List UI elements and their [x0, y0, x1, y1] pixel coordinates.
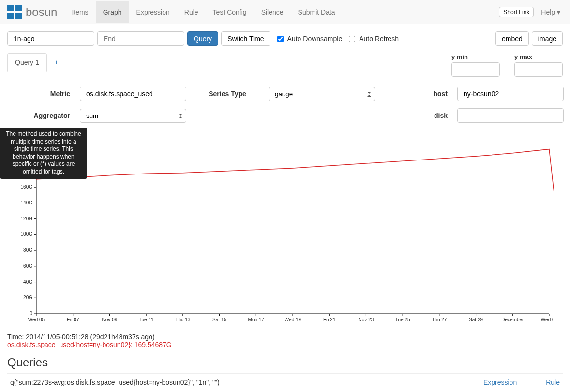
start-time-input[interactable]: [7, 31, 94, 46]
svg-text:0: 0: [30, 311, 32, 316]
svg-text:Nov 09: Nov 09: [102, 317, 118, 322]
svg-text:60G: 60G: [23, 263, 32, 269]
svg-text:40G: 40G: [23, 279, 32, 285]
nav-graph[interactable]: Graph: [96, 1, 129, 23]
aggregator-select[interactable]: [80, 109, 186, 123]
help-dropdown[interactable]: Help ▾: [539, 1, 563, 23]
query-button[interactable]: Query: [187, 31, 218, 46]
query-text: q("sum:2273s-avg:os.disk.fs.space_used{h…: [10, 378, 220, 386]
svg-text:Thu 27: Thu 27: [432, 317, 447, 322]
auto-downsample-checkbox[interactable]: [277, 36, 284, 42]
svg-text:Sat 15: Sat 15: [212, 317, 226, 322]
svg-text:20G: 20G: [23, 295, 32, 300]
series-type-select[interactable]: [269, 87, 375, 101]
metric-input[interactable]: [80, 87, 186, 101]
chevron-down-icon: ▾: [557, 8, 560, 16]
series-type-label: Series Type: [196, 90, 259, 98]
queries-heading: Queries: [7, 356, 563, 374]
brand-text: bosun: [26, 5, 57, 19]
svg-text:100G: 100G: [21, 232, 33, 237]
aggregator-label: Aggregator: [7, 112, 70, 119]
end-time-input[interactable]: [97, 31, 184, 46]
nav-test-config[interactable]: Test Config: [206, 1, 254, 23]
ymin-input[interactable]: [451, 62, 500, 77]
brand-logo-icon: [7, 5, 22, 19]
tab-add[interactable]: +: [47, 53, 66, 72]
disk-input[interactable]: [457, 108, 564, 123]
expression-link[interactable]: Expression: [483, 378, 517, 386]
series-type-value[interactable]: [269, 87, 375, 101]
svg-text:Wed 19: Wed 19: [285, 317, 301, 322]
ymax-label: y max: [514, 53, 563, 60]
svg-text:Fri 07: Fri 07: [67, 317, 79, 322]
brand[interactable]: bosun: [7, 5, 57, 19]
rule-link[interactable]: Rule: [546, 378, 560, 386]
image-button[interactable]: image: [532, 31, 563, 46]
svg-text:Wed 05: Wed 05: [28, 317, 45, 322]
query-tabs: Query 1 +: [7, 53, 432, 72]
svg-text:Tue 11: Tue 11: [139, 317, 154, 322]
query-row: q("sum:2273s-avg:os.disk.fs.space_used{h…: [7, 374, 563, 391]
short-link-button[interactable]: Short Link: [499, 7, 534, 17]
svg-text:140G: 140G: [21, 200, 33, 205]
switch-time-button[interactable]: Switch Time: [221, 31, 270, 46]
nav-expression[interactable]: Expression: [129, 1, 177, 23]
nav-items[interactable]: Items: [64, 1, 95, 23]
host-label: host: [385, 90, 448, 98]
chart: 020G40G60G80G100G120G140G160G180G200GWed…: [7, 135, 563, 328]
svg-text:December: December: [501, 317, 524, 322]
auto-downsample-label: Auto Downsample: [287, 35, 343, 43]
tab-query-1[interactable]: Query 1: [7, 53, 47, 72]
svg-text:120G: 120G: [21, 216, 33, 221]
metric-label: Metric: [7, 90, 70, 98]
legend-line: os.disk.fs.space_used{host=ny-bosun02}: …: [7, 341, 563, 348]
aggregator-value[interactable]: [80, 109, 186, 123]
disk-label: disk: [385, 112, 448, 119]
time-readout: Time: 2014/11/05-00:51:28 (29d21h48m37s …: [7, 333, 563, 341]
svg-text:80G: 80G: [23, 247, 32, 253]
auto-refresh-checkbox[interactable]: [349, 36, 355, 42]
svg-text:Thu 13: Thu 13: [175, 317, 191, 322]
nav-silence[interactable]: Silence: [254, 1, 291, 23]
nav-submit-data[interactable]: Submit Data: [291, 1, 343, 23]
navbar: bosun Items Graph Expression Rule Test C…: [0, 0, 570, 24]
host-input[interactable]: [457, 87, 564, 101]
ymin-label: y min: [451, 53, 500, 60]
ymax-input[interactable]: [514, 62, 563, 77]
svg-text:Tue 25: Tue 25: [395, 317, 410, 322]
embed-button[interactable]: embed: [495, 31, 529, 46]
svg-text:160G: 160G: [21, 184, 33, 189]
svg-text:Mon 17: Mon 17: [248, 317, 265, 322]
svg-text:Sat 29: Sat 29: [469, 317, 483, 322]
auto-refresh-label: Auto Refresh: [359, 35, 399, 43]
svg-text:Fri 21: Fri 21: [323, 317, 336, 322]
svg-text:Wed 03: Wed 03: [541, 317, 554, 322]
svg-text:Nov 23: Nov 23: [359, 317, 374, 322]
time-controls: Query Switch Time Auto Downsample Auto R…: [7, 31, 563, 46]
nav-rule[interactable]: Rule: [177, 1, 206, 23]
aggregator-tooltip: The method used to combine multiple time…: [0, 128, 87, 179]
